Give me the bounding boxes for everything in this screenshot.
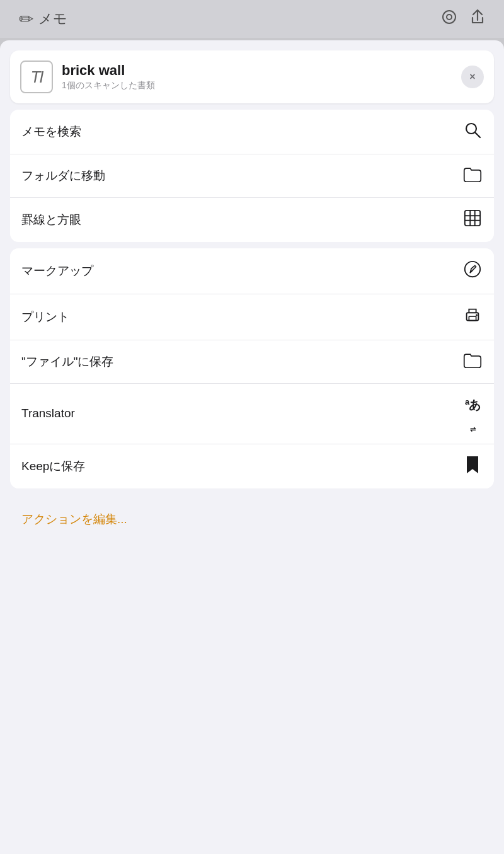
svg-point-13 bbox=[476, 314, 478, 316]
action-sheet: TI brick wall 1個のスキャンした書類 × メモを検索 フォルダに移… bbox=[0, 40, 504, 854]
save-files-menu-item[interactable]: "ファイル"に保存 bbox=[10, 340, 494, 384]
document-type-icon: TI bbox=[20, 61, 53, 93]
svg-point-1 bbox=[447, 14, 452, 20]
header-text-block: brick wall 1個のスキャンした書類 bbox=[62, 62, 155, 91]
menu-section-2: マークアップ プリント "ファ bbox=[10, 248, 494, 488]
keep-label: Keepに保存 bbox=[21, 458, 85, 475]
search-menu-item[interactable]: メモを検索 bbox=[10, 110, 494, 154]
translator-label: Translator bbox=[21, 407, 75, 420]
top-bar-right bbox=[441, 9, 485, 29]
header-left: TI brick wall 1個のスキャンした書類 bbox=[20, 61, 155, 93]
search-label: メモを検索 bbox=[21, 124, 81, 140]
move-folder-label: フォルダに移動 bbox=[21, 168, 105, 184]
pencil-icon: ✏ bbox=[19, 9, 33, 30]
print-icon bbox=[462, 306, 483, 328]
search-icon bbox=[462, 121, 483, 142]
share-icon[interactable] bbox=[470, 9, 485, 29]
edit-actions-container: アクションを編集... bbox=[0, 495, 504, 550]
move-folder-menu-item[interactable]: フォルダに移動 bbox=[10, 154, 494, 198]
edit-actions-button[interactable]: アクションを編集... bbox=[10, 499, 139, 540]
markup-label: マークアップ bbox=[21, 263, 93, 279]
document-title: brick wall bbox=[62, 62, 155, 79]
svg-point-9 bbox=[465, 262, 480, 277]
lines-grid-label: 罫線と方眼 bbox=[21, 212, 81, 228]
translator-icon: aあ⇌ bbox=[462, 395, 483, 432]
print-label: プリント bbox=[21, 309, 69, 325]
keep-menu-item[interactable]: Keepに保存 bbox=[10, 444, 494, 488]
top-bar-left: ✏ メモ bbox=[19, 9, 67, 30]
svg-rect-4 bbox=[465, 211, 480, 226]
lines-grid-menu-item[interactable]: 罫線と方眼 bbox=[10, 198, 494, 242]
svg-point-2 bbox=[466, 124, 476, 134]
save-files-icon bbox=[462, 352, 483, 372]
translator-menu-item[interactable]: Translator aあ⇌ bbox=[10, 384, 494, 444]
svg-point-0 bbox=[443, 11, 455, 23]
bookmark-icon bbox=[462, 456, 483, 477]
app-title: メモ bbox=[38, 9, 67, 28]
folder-icon bbox=[462, 166, 483, 186]
header-card: TI brick wall 1個のスキャンした書類 × bbox=[10, 50, 494, 103]
bottom-area bbox=[0, 550, 504, 854]
markup-icon bbox=[462, 260, 483, 282]
print-menu-item[interactable]: プリント bbox=[10, 294, 494, 340]
close-button[interactable]: × bbox=[461, 66, 484, 88]
svg-line-3 bbox=[476, 133, 481, 138]
menu-section-1: メモを検索 フォルダに移動 罫線と方眼 bbox=[10, 110, 494, 242]
markup-menu-item[interactable]: マークアップ bbox=[10, 248, 494, 294]
save-files-label: "ファイル"に保存 bbox=[21, 354, 114, 370]
location-icon[interactable] bbox=[441, 9, 457, 29]
top-bar: ✏ メモ bbox=[0, 0, 504, 38]
svg-rect-12 bbox=[469, 316, 476, 321]
grid-icon bbox=[462, 209, 483, 231]
document-subtitle: 1個のスキャンした書類 bbox=[62, 80, 155, 91]
